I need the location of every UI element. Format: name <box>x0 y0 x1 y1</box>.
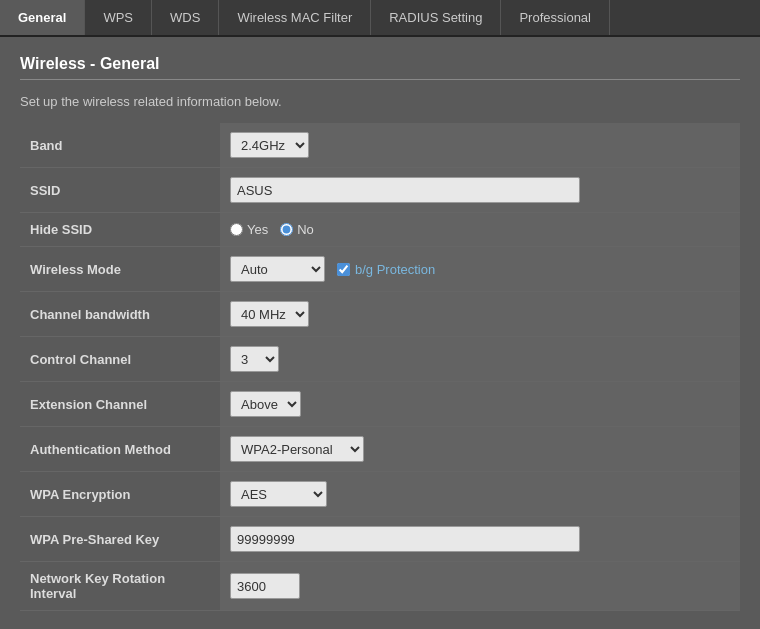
hide-ssid-row: Hide SSID Yes No <box>20 213 740 247</box>
channel-bandwidth-cell: 20 MHz 40 MHz <box>220 292 740 337</box>
control-channel-cell: 123 456 789 1011 <box>220 337 740 382</box>
ssid-cell <box>220 168 740 213</box>
tab-wps[interactable]: WPS <box>85 0 152 35</box>
band-row: Band 2.4GHz 5GHz <box>20 123 740 168</box>
auth-method-row: Authentication Method Open System Shared… <box>20 427 740 472</box>
channel-bandwidth-label: Channel bandwidth <box>20 292 220 337</box>
ssid-label: SSID <box>20 168 220 213</box>
wpa-key-cell <box>220 517 740 562</box>
bg-protection-text: b/g Protection <box>355 262 435 277</box>
wireless-mode-row: Wireless Mode Auto N Only B/G Mixed Lega… <box>20 247 740 292</box>
hide-ssid-yes-label[interactable]: Yes <box>230 222 268 237</box>
extension-channel-label: Extension Channel <box>20 382 220 427</box>
wpa-key-input[interactable] <box>230 526 580 552</box>
wpa-key-row: WPA Pre-Shared Key <box>20 517 740 562</box>
wpa-key-label: WPA Pre-Shared Key <box>20 517 220 562</box>
control-channel-select[interactable]: 123 456 789 1011 <box>230 346 279 372</box>
key-rotation-input[interactable] <box>230 573 300 599</box>
ssid-row: SSID <box>20 168 740 213</box>
wpa-encryption-select[interactable]: TKIP AES TKIP+AES <box>230 481 327 507</box>
key-rotation-cell <box>220 562 740 611</box>
auth-method-select[interactable]: Open System Shared Key WPA-Personal WPA2… <box>230 436 364 462</box>
channel-bandwidth-row: Channel bandwidth 20 MHz 40 MHz <box>20 292 740 337</box>
wireless-mode-cell: Auto N Only B/G Mixed Legacy b/g Protect… <box>220 247 740 292</box>
wireless-mode-select[interactable]: Auto N Only B/G Mixed Legacy <box>230 256 325 282</box>
band-cell: 2.4GHz 5GHz <box>220 123 740 168</box>
hide-ssid-no-text: No <box>297 222 314 237</box>
hide-ssid-yes-text: Yes <box>247 222 268 237</box>
control-channel-label: Control Channel <box>20 337 220 382</box>
tab-general[interactable]: General <box>0 0 85 35</box>
wireless-mode-controls: Auto N Only B/G Mixed Legacy b/g Protect… <box>230 256 730 282</box>
page-content: Wireless - General Set up the wireless r… <box>0 37 760 629</box>
settings-table: Band 2.4GHz 5GHz SSID Hide SSID Yes <box>20 123 740 611</box>
page-title: Wireless - General <box>20 55 740 73</box>
hide-ssid-cell: Yes No <box>220 213 740 247</box>
bg-protection-checkbox[interactable] <box>337 263 350 276</box>
hide-ssid-no-radio[interactable] <box>280 223 293 236</box>
extension-channel-row: Extension Channel Above Below <box>20 382 740 427</box>
wireless-mode-label: Wireless Mode <box>20 247 220 292</box>
tab-wds[interactable]: WDS <box>152 0 219 35</box>
key-rotation-row: Network Key Rotation Interval <box>20 562 740 611</box>
title-divider <box>20 79 740 80</box>
page-subtitle: Set up the wireless related information … <box>20 94 740 109</box>
key-rotation-label: Network Key Rotation Interval <box>20 562 220 611</box>
band-label: Band <box>20 123 220 168</box>
wpa-encryption-cell: TKIP AES TKIP+AES <box>220 472 740 517</box>
tab-professional[interactable]: Professional <box>501 0 610 35</box>
tab-radius[interactable]: RADIUS Setting <box>371 0 501 35</box>
extension-channel-cell: Above Below <box>220 382 740 427</box>
auth-method-label: Authentication Method <box>20 427 220 472</box>
wpa-encryption-label: WPA Encryption <box>20 472 220 517</box>
tab-mac-filter[interactable]: Wireless MAC Filter <box>219 0 371 35</box>
channel-bandwidth-select[interactable]: 20 MHz 40 MHz <box>230 301 309 327</box>
tab-bar: General WPS WDS Wireless MAC Filter RADI… <box>0 0 760 37</box>
control-channel-row: Control Channel 123 456 789 1011 <box>20 337 740 382</box>
hide-ssid-yes-radio[interactable] <box>230 223 243 236</box>
band-select[interactable]: 2.4GHz 5GHz <box>230 132 309 158</box>
hide-ssid-label: Hide SSID <box>20 213 220 247</box>
ssid-input[interactable] <box>230 177 580 203</box>
hide-ssid-no-label[interactable]: No <box>280 222 314 237</box>
wpa-encryption-row: WPA Encryption TKIP AES TKIP+AES <box>20 472 740 517</box>
auth-method-cell: Open System Shared Key WPA-Personal WPA2… <box>220 427 740 472</box>
bg-protection-label[interactable]: b/g Protection <box>337 262 435 277</box>
hide-ssid-radio-group: Yes No <box>230 222 730 237</box>
extension-channel-select[interactable]: Above Below <box>230 391 301 417</box>
